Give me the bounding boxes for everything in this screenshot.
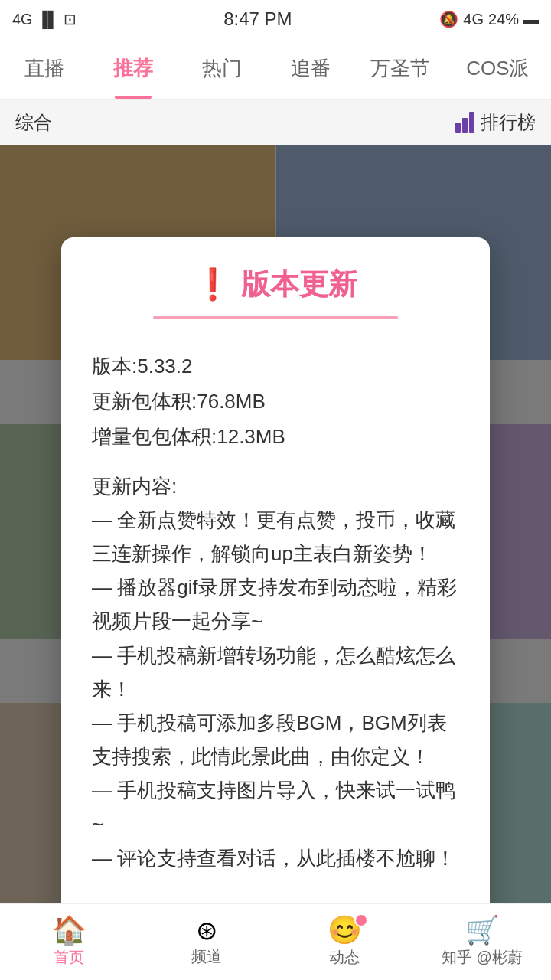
dialog-body: 版本:5.33.2 更新包体积:76.8MB 增量包包体积:12.3MB 更新内… — [61, 334, 490, 893]
content-line-5: — 手机投稿支持图片导入，快来试一试鸭~ — [92, 773, 459, 841]
bottom-nav-home[interactable]: 🏠 首页 — [0, 916, 138, 968]
home-icon: 🏠 — [52, 916, 86, 944]
dynamic-label: 动态 — [329, 947, 360, 968]
dynamic-icon: 😊 — [328, 916, 362, 944]
rank-label: 排行榜 — [481, 110, 536, 135]
status-time: 8:47 PM — [223, 8, 292, 30]
tab-cos[interactable]: COS派 — [445, 38, 551, 99]
status-right: 🔕 4G 24% ▬ — [439, 10, 539, 28]
bell-icon: ❗ — [194, 266, 232, 302]
dialog-header: ❗ 版本更新 — [61, 237, 490, 334]
bottom-nav-profile[interactable]: 🛒 知乎 @彬蔚 — [413, 916, 551, 968]
signal-icon: 4G ▐▌ — [12, 11, 59, 28]
content-line-2: — 播放器gif录屏支持发布到动态啦，精彩视频片段一起分享~ — [92, 570, 459, 638]
content-title: 更新内容: — [92, 469, 459, 503]
sub-nav: 综合 排行榜 — [0, 100, 551, 145]
network-icon: 4G — [463, 11, 484, 28]
main-content: ❗ 版本更新 版本:5.33.2 更新包体积:76.8MB 增量包包体积:12.… — [0, 145, 551, 980]
tab-hot[interactable]: 热门 — [178, 38, 266, 99]
sim-icon: ⊡ — [64, 10, 77, 28]
content-line-6: — 评论支持查看对话，从此插楼不尬聊！ — [92, 841, 459, 875]
tab-live[interactable]: 直播 — [0, 38, 89, 99]
update-dialog: ❗ 版本更新 版本:5.33.2 更新包体积:76.8MB 增量包包体积:12.… — [61, 237, 490, 980]
battery-label: 24% — [488, 11, 519, 28]
home-label: 首页 — [54, 947, 84, 968]
dialog-text: 版本:5.33.2 更新包体积:76.8MB 增量包包体积:12.3MB 更新内… — [92, 349, 459, 875]
dialog-title-underline — [153, 316, 398, 318]
version-line: 版本:5.33.2 — [92, 349, 459, 383]
status-bar: 4G ▐▌ ⊡ 8:47 PM 🔕 4G 24% ▬ — [0, 0, 551, 38]
tab-halloween[interactable]: 万圣节 — [356, 38, 445, 99]
battery-icon: ▬ — [523, 11, 539, 28]
content-section: 更新内容: — 全新点赞特效！更有点赞，投币，收藏三连新操作，解锁向up主表白新… — [92, 469, 459, 875]
bottom-nav-channel[interactable]: ⊛ 频道 — [138, 917, 276, 967]
bottom-nav-dynamic[interactable]: 😊 动态 — [276, 916, 413, 968]
bottom-nav: 🏠 首页 ⊛ 频道 😊 动态 🛒 知乎 @彬蔚 — [0, 903, 551, 980]
sub-nav-label[interactable]: 综合 — [15, 110, 52, 135]
nav-tabs: 直播 推荐 热门 追番 万圣节 COS派 — [0, 38, 551, 100]
mute-icon: 🔕 — [439, 10, 458, 28]
status-left: 4G ▐▌ ⊡ — [12, 10, 77, 28]
content-line-4: — 手机投稿可添加多段BGM，BGM列表支持搜索，此情此景此曲，由你定义！ — [92, 706, 459, 773]
content-line-1: — 全新点赞特效！更有点赞，投币，收藏三连新操作，解锁向up主表白新姿势！ — [92, 503, 459, 570]
rank-button[interactable]: 排行榜 — [455, 110, 536, 135]
content-line-3: — 手机投稿新增转场功能，怎么酷炫怎么来！ — [92, 639, 459, 706]
dialog-title-row: ❗ 版本更新 — [194, 265, 357, 304]
dynamic-badge — [354, 913, 368, 927]
channel-label: 频道 — [191, 946, 222, 967]
profile-icon: 🛒 — [465, 916, 500, 944]
profile-label: 知乎 @彬蔚 — [442, 947, 523, 968]
chart-icon — [455, 112, 474, 133]
dialog-title: 版本更新 — [241, 265, 357, 304]
tab-follow[interactable]: 追番 — [266, 38, 355, 99]
channel-icon: ⊛ — [196, 917, 217, 943]
package-size-line: 更新包体积:76.8MB — [92, 384, 459, 418]
increment-size-line: 增量包包体积:12.3MB — [92, 420, 459, 453]
tab-recommend[interactable]: 推荐 — [89, 38, 178, 99]
dialog-overlay: ❗ 版本更新 版本:5.33.2 更新包体积:76.8MB 增量包包体积:12.… — [0, 145, 551, 980]
